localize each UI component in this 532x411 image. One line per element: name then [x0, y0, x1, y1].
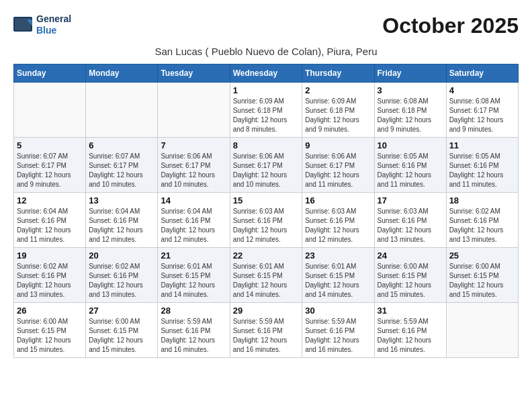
- day-cell-18: 18Sunrise: 6:02 AM Sunset: 6:16 PM Dayli…: [446, 192, 518, 247]
- day-cell-13: 13Sunrise: 6:04 AM Sunset: 6:16 PM Dayli…: [86, 192, 158, 247]
- day-info: Sunrise: 6:01 AM Sunset: 6:15 PM Dayligh…: [233, 262, 300, 300]
- logo: General Blue: [13, 13, 71, 36]
- day-info: Sunrise: 5:59 AM Sunset: 6:16 PM Dayligh…: [305, 317, 371, 355]
- day-info: Sunrise: 6:05 AM Sunset: 6:16 PM Dayligh…: [378, 152, 443, 189]
- day-number: 4: [449, 85, 515, 95]
- day-number: 18: [449, 195, 515, 205]
- day-cell-4: 4Sunrise: 6:08 AM Sunset: 6:17 PM Daylig…: [446, 82, 518, 137]
- day-number: 16: [305, 195, 371, 205]
- logo-icon: [13, 17, 34, 33]
- day-number: 6: [89, 140, 154, 150]
- day-number: 21: [161, 250, 226, 261]
- day-cell-25: 25Sunrise: 6:00 AM Sunset: 6:15 PM Dayli…: [446, 247, 518, 302]
- day-cell-30: 30Sunrise: 5:59 AM Sunset: 6:16 PM Dayli…: [302, 302, 374, 357]
- day-info: Sunrise: 6:07 AM Sunset: 6:17 PM Dayligh…: [17, 152, 83, 189]
- day-info: Sunrise: 6:02 AM Sunset: 6:16 PM Dayligh…: [449, 207, 515, 244]
- weekday-header-friday: Friday: [374, 64, 446, 82]
- day-cell-3: 3Sunrise: 6:08 AM Sunset: 6:18 PM Daylig…: [374, 82, 446, 137]
- day-info: Sunrise: 6:03 AM Sunset: 6:16 PM Dayligh…: [378, 207, 443, 244]
- day-info: Sunrise: 6:04 AM Sunset: 6:16 PM Dayligh…: [89, 207, 154, 244]
- day-info: Sunrise: 6:05 AM Sunset: 6:16 PM Dayligh…: [449, 152, 515, 189]
- day-info: Sunrise: 5:59 AM Sunset: 6:16 PM Dayligh…: [161, 317, 226, 355]
- weekday-header-thursday: Thursday: [302, 64, 374, 82]
- day-cell-9: 9Sunrise: 6:06 AM Sunset: 6:17 PM Daylig…: [302, 137, 374, 192]
- empty-cell: [86, 82, 158, 137]
- day-number: 5: [17, 140, 83, 150]
- day-cell-16: 16Sunrise: 6:03 AM Sunset: 6:16 PM Dayli…: [302, 192, 374, 247]
- day-number: 31: [378, 306, 443, 316]
- day-cell-5: 5Sunrise: 6:07 AM Sunset: 6:17 PM Daylig…: [14, 137, 86, 192]
- day-info: Sunrise: 5:59 AM Sunset: 6:16 PM Dayligh…: [233, 317, 300, 355]
- day-number: 15: [233, 195, 300, 205]
- day-cell-28: 28Sunrise: 5:59 AM Sunset: 6:16 PM Dayli…: [158, 302, 230, 357]
- day-info: Sunrise: 6:08 AM Sunset: 6:17 PM Dayligh…: [449, 97, 515, 134]
- day-number: 14: [161, 195, 226, 205]
- day-cell-24: 24Sunrise: 6:00 AM Sunset: 6:15 PM Dayli…: [374, 247, 446, 302]
- day-info: Sunrise: 6:01 AM Sunset: 6:15 PM Dayligh…: [161, 262, 226, 300]
- day-cell-14: 14Sunrise: 6:04 AM Sunset: 6:16 PM Dayli…: [158, 192, 230, 247]
- day-number: 19: [17, 250, 83, 261]
- day-info: Sunrise: 6:08 AM Sunset: 6:18 PM Dayligh…: [378, 97, 443, 134]
- day-cell-29: 29Sunrise: 5:59 AM Sunset: 6:16 PM Dayli…: [230, 302, 302, 357]
- day-info: Sunrise: 6:00 AM Sunset: 6:15 PM Dayligh…: [89, 317, 154, 355]
- day-cell-27: 27Sunrise: 6:00 AM Sunset: 6:15 PM Dayli…: [86, 302, 158, 357]
- weekday-header-tuesday: Tuesday: [158, 64, 230, 82]
- weekday-header-sunday: Sunday: [14, 64, 86, 82]
- empty-cell: [14, 82, 86, 137]
- day-cell-10: 10Sunrise: 6:05 AM Sunset: 6:16 PM Dayli…: [374, 137, 446, 192]
- day-cell-15: 15Sunrise: 6:03 AM Sunset: 6:16 PM Dayli…: [230, 192, 302, 247]
- day-cell-1: 1Sunrise: 6:09 AM Sunset: 6:18 PM Daylig…: [230, 82, 302, 137]
- day-number: 27: [89, 306, 154, 316]
- day-number: 20: [89, 250, 154, 261]
- day-info: Sunrise: 6:07 AM Sunset: 6:17 PM Dayligh…: [89, 152, 154, 189]
- day-cell-8: 8Sunrise: 6:06 AM Sunset: 6:17 PM Daylig…: [230, 137, 302, 192]
- day-number: 23: [305, 250, 371, 261]
- day-info: Sunrise: 6:02 AM Sunset: 6:16 PM Dayligh…: [89, 262, 154, 300]
- day-info: Sunrise: 6:00 AM Sunset: 6:15 PM Dayligh…: [17, 317, 83, 355]
- day-cell-21: 21Sunrise: 6:01 AM Sunset: 6:15 PM Dayli…: [158, 247, 230, 302]
- day-cell-20: 20Sunrise: 6:02 AM Sunset: 6:16 PM Dayli…: [86, 247, 158, 302]
- day-info: Sunrise: 6:06 AM Sunset: 6:17 PM Dayligh…: [305, 152, 371, 189]
- day-info: Sunrise: 6:04 AM Sunset: 6:16 PM Dayligh…: [17, 207, 83, 244]
- day-cell-7: 7Sunrise: 6:06 AM Sunset: 6:17 PM Daylig…: [158, 137, 230, 192]
- location-subtitle: San Lucas ( Pueblo Nuevo de Colan), Piur…: [13, 46, 519, 57]
- day-cell-12: 12Sunrise: 6:04 AM Sunset: 6:16 PM Dayli…: [14, 192, 86, 247]
- day-number: 17: [378, 195, 443, 205]
- day-cell-31: 31Sunrise: 5:59 AM Sunset: 6:16 PM Dayli…: [374, 302, 446, 357]
- day-number: 26: [17, 306, 83, 316]
- day-cell-17: 17Sunrise: 6:03 AM Sunset: 6:16 PM Dayli…: [374, 192, 446, 247]
- day-number: 29: [233, 306, 300, 316]
- page-title: October 2025: [382, 13, 519, 38]
- day-info: Sunrise: 6:06 AM Sunset: 6:17 PM Dayligh…: [161, 152, 226, 189]
- day-number: 8: [233, 140, 300, 150]
- day-cell-11: 11Sunrise: 6:05 AM Sunset: 6:16 PM Dayli…: [446, 137, 518, 192]
- day-info: Sunrise: 6:09 AM Sunset: 6:18 PM Dayligh…: [305, 97, 371, 134]
- day-cell-19: 19Sunrise: 6:02 AM Sunset: 6:16 PM Dayli…: [14, 247, 86, 302]
- calendar-table: SundayMondayTuesdayWednesdayThursdayFrid…: [13, 64, 519, 358]
- day-number: 28: [161, 306, 226, 316]
- day-info: Sunrise: 6:00 AM Sunset: 6:15 PM Dayligh…: [378, 262, 443, 300]
- day-info: Sunrise: 6:00 AM Sunset: 6:15 PM Dayligh…: [449, 262, 515, 300]
- day-number: 22: [233, 250, 300, 261]
- day-number: 3: [378, 85, 443, 95]
- empty-cell: [158, 82, 230, 137]
- day-number: 13: [89, 195, 154, 205]
- day-info: Sunrise: 6:06 AM Sunset: 6:17 PM Dayligh…: [233, 152, 300, 189]
- day-number: 9: [305, 140, 371, 150]
- day-info: Sunrise: 6:04 AM Sunset: 6:16 PM Dayligh…: [161, 207, 226, 244]
- day-info: Sunrise: 6:01 AM Sunset: 6:15 PM Dayligh…: [305, 262, 371, 300]
- day-info: Sunrise: 6:02 AM Sunset: 6:16 PM Dayligh…: [17, 262, 83, 300]
- day-number: 12: [17, 195, 83, 205]
- day-cell-26: 26Sunrise: 6:00 AM Sunset: 6:15 PM Dayli…: [14, 302, 86, 357]
- day-number: 2: [305, 85, 371, 95]
- day-number: 1: [233, 85, 300, 95]
- day-info: Sunrise: 5:59 AM Sunset: 6:16 PM Dayligh…: [378, 317, 443, 355]
- day-info: Sunrise: 6:03 AM Sunset: 6:16 PM Dayligh…: [305, 207, 371, 244]
- day-number: 24: [378, 250, 443, 261]
- day-number: 11: [449, 140, 515, 150]
- day-cell-6: 6Sunrise: 6:07 AM Sunset: 6:17 PM Daylig…: [86, 137, 158, 192]
- weekday-header-monday: Monday: [86, 64, 158, 82]
- day-number: 25: [449, 250, 515, 261]
- day-info: Sunrise: 6:03 AM Sunset: 6:16 PM Dayligh…: [233, 207, 300, 244]
- day-number: 7: [161, 140, 226, 150]
